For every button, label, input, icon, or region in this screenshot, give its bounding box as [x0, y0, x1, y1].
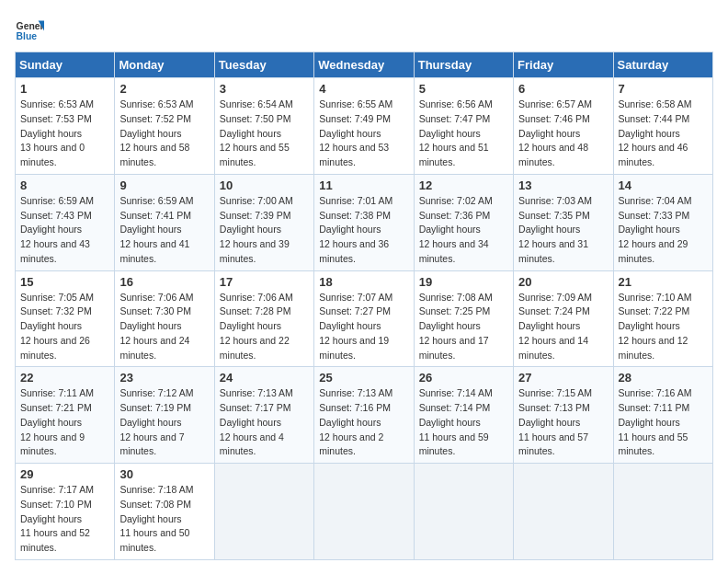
day-info: Sunrise: 7:07 AMSunset: 7:27 PMDaylight … — [319, 291, 408, 363]
day-number: 30 — [119, 467, 209, 481]
day-info: Sunrise: 7:15 AMSunset: 7:13 PMDaylight … — [518, 386, 608, 459]
week-row-2: 8 Sunrise: 6:59 AMSunset: 7:43 PMDayligh… — [16, 174, 713, 270]
calendar-cell: 9 Sunrise: 6:59 AMSunset: 7:41 PMDayligh… — [115, 174, 214, 270]
day-number: 7 — [619, 82, 708, 96]
week-row-3: 15 Sunrise: 7:05 AMSunset: 7:32 PMDaylig… — [16, 270, 713, 367]
calendar-table: SundayMondayTuesdayWednesdayThursdayFrid… — [15, 52, 713, 560]
day-number: 26 — [419, 371, 508, 385]
week-row-1: 1 Sunrise: 6:53 AMSunset: 7:53 PMDayligh… — [16, 78, 713, 175]
calendar-cell: 18 Sunrise: 7:07 AMSunset: 7:27 PMDaylig… — [314, 270, 414, 367]
day-number: 9 — [119, 178, 209, 192]
day-number: 19 — [419, 275, 508, 289]
calendar-cell: 16 Sunrise: 7:06 AMSunset: 7:30 PMDaylig… — [115, 270, 214, 367]
header-sunday: Sunday — [16, 52, 115, 78]
day-info: Sunrise: 6:59 AMSunset: 7:43 PMDaylight … — [20, 194, 109, 267]
calendar-cell: 1 Sunrise: 6:53 AMSunset: 7:53 PMDayligh… — [16, 78, 115, 175]
day-info: Sunrise: 7:01 AMSunset: 7:38 PMDaylight … — [319, 194, 408, 267]
day-info: Sunrise: 7:00 AMSunset: 7:39 PMDaylight … — [220, 194, 309, 267]
logo: General Blue — [15, 15, 44, 44]
day-info: Sunrise: 7:11 AMSunset: 7:21 PMDaylight … — [20, 386, 109, 459]
day-number: 13 — [518, 178, 608, 192]
header-friday: Friday — [514, 52, 613, 78]
calendar-cell: 3 Sunrise: 6:54 AMSunset: 7:50 PMDayligh… — [214, 78, 313, 175]
calendar-cell: 13 Sunrise: 7:03 AMSunset: 7:35 PMDaylig… — [514, 174, 613, 270]
day-number: 6 — [518, 82, 608, 96]
day-number: 4 — [319, 82, 408, 96]
day-info: Sunrise: 7:13 AMSunset: 7:17 PMDaylight … — [220, 386, 309, 459]
day-info: Sunrise: 7:08 AMSunset: 7:25 PMDaylight … — [419, 291, 508, 363]
day-number: 22 — [20, 371, 109, 385]
day-info: Sunrise: 7:09 AMSunset: 7:24 PMDaylight … — [518, 291, 608, 363]
calendar-cell — [514, 464, 613, 560]
day-info: Sunrise: 6:53 AMSunset: 7:52 PMDaylight … — [119, 98, 209, 170]
calendar-cell: 4 Sunrise: 6:55 AMSunset: 7:49 PMDayligh… — [314, 78, 414, 175]
day-number: 15 — [20, 275, 109, 289]
calendar-cell — [214, 464, 313, 560]
day-number: 1 — [20, 82, 109, 96]
calendar-cell: 11 Sunrise: 7:01 AMSunset: 7:38 PMDaylig… — [314, 174, 414, 270]
day-info: Sunrise: 7:06 AMSunset: 7:28 PMDaylight … — [220, 291, 309, 363]
day-number: 20 — [518, 275, 608, 289]
day-info: Sunrise: 7:14 AMSunset: 7:14 PMDaylight … — [419, 386, 508, 459]
header-thursday: Thursday — [414, 52, 513, 78]
day-info: Sunrise: 7:04 AMSunset: 7:33 PMDaylight … — [619, 194, 708, 267]
header-monday: Monday — [115, 52, 214, 78]
day-info: Sunrise: 7:17 AMSunset: 7:10 PMDaylight … — [20, 483, 109, 556]
calendar-cell: 19 Sunrise: 7:08 AMSunset: 7:25 PMDaylig… — [414, 270, 513, 367]
calendar-cell: 22 Sunrise: 7:11 AMSunset: 7:21 PMDaylig… — [16, 367, 115, 464]
day-info: Sunrise: 7:12 AMSunset: 7:19 PMDaylight … — [119, 386, 209, 459]
calendar-cell: 14 Sunrise: 7:04 AMSunset: 7:33 PMDaylig… — [613, 174, 712, 270]
week-row-4: 22 Sunrise: 7:11 AMSunset: 7:21 PMDaylig… — [16, 367, 713, 464]
calendar-cell — [613, 464, 712, 560]
header-saturday: Saturday — [613, 52, 712, 78]
day-number: 29 — [20, 467, 109, 481]
day-number: 2 — [119, 82, 209, 96]
weekday-header-row: SundayMondayTuesdayWednesdayThursdayFrid… — [16, 52, 713, 78]
calendar-cell: 26 Sunrise: 7:14 AMSunset: 7:14 PMDaylig… — [414, 367, 513, 464]
day-info: Sunrise: 6:57 AMSunset: 7:46 PMDaylight … — [518, 98, 608, 170]
logo-icon: General Blue — [15, 15, 44, 44]
day-info: Sunrise: 6:55 AMSunset: 7:49 PMDaylight … — [319, 98, 408, 170]
week-row-5: 29 Sunrise: 7:17 AMSunset: 7:10 PMDaylig… — [16, 464, 713, 560]
day-number: 3 — [220, 82, 309, 96]
day-number: 16 — [119, 275, 209, 289]
day-number: 25 — [319, 371, 408, 385]
day-number: 10 — [220, 178, 309, 192]
day-number: 23 — [119, 371, 209, 385]
calendar-cell: 29 Sunrise: 7:17 AMSunset: 7:10 PMDaylig… — [16, 464, 115, 560]
calendar-cell: 28 Sunrise: 7:16 AMSunset: 7:11 PMDaylig… — [613, 367, 712, 464]
day-number: 24 — [220, 371, 309, 385]
header: General Blue — [15, 15, 713, 44]
day-number: 5 — [419, 82, 508, 96]
day-info: Sunrise: 6:56 AMSunset: 7:47 PMDaylight … — [419, 98, 508, 170]
header-wednesday: Wednesday — [314, 52, 414, 78]
day-info: Sunrise: 6:59 AMSunset: 7:41 PMDaylight … — [119, 194, 209, 267]
day-number: 27 — [518, 371, 608, 385]
day-number: 14 — [619, 178, 708, 192]
day-number: 12 — [419, 178, 508, 192]
day-number: 21 — [619, 275, 708, 289]
day-info: Sunrise: 6:53 AMSunset: 7:53 PMDaylight … — [20, 98, 109, 170]
calendar-cell: 10 Sunrise: 7:00 AMSunset: 7:39 PMDaylig… — [214, 174, 313, 270]
calendar-cell: 20 Sunrise: 7:09 AMSunset: 7:24 PMDaylig… — [514, 270, 613, 367]
calendar-cell: 12 Sunrise: 7:02 AMSunset: 7:36 PMDaylig… — [414, 174, 513, 270]
calendar-cell: 30 Sunrise: 7:18 AMSunset: 7:08 PMDaylig… — [115, 464, 214, 560]
calendar-cell: 15 Sunrise: 7:05 AMSunset: 7:32 PMDaylig… — [16, 270, 115, 367]
day-number: 8 — [20, 178, 109, 192]
calendar-cell: 27 Sunrise: 7:15 AMSunset: 7:13 PMDaylig… — [514, 367, 613, 464]
calendar-cell: 21 Sunrise: 7:10 AMSunset: 7:22 PMDaylig… — [613, 270, 712, 367]
calendar-cell: 6 Sunrise: 6:57 AMSunset: 7:46 PMDayligh… — [514, 78, 613, 175]
calendar-cell — [414, 464, 513, 560]
day-info: Sunrise: 7:18 AMSunset: 7:08 PMDaylight … — [119, 483, 209, 556]
day-info: Sunrise: 6:58 AMSunset: 7:44 PMDaylight … — [619, 98, 708, 170]
calendar-cell: 24 Sunrise: 7:13 AMSunset: 7:17 PMDaylig… — [214, 367, 313, 464]
header-tuesday: Tuesday — [214, 52, 313, 78]
day-info: Sunrise: 7:03 AMSunset: 7:35 PMDaylight … — [518, 194, 608, 267]
day-info: Sunrise: 7:13 AMSunset: 7:16 PMDaylight … — [319, 386, 408, 459]
calendar-cell: 17 Sunrise: 7:06 AMSunset: 7:28 PMDaylig… — [214, 270, 313, 367]
day-info: Sunrise: 6:54 AMSunset: 7:50 PMDaylight … — [220, 98, 309, 170]
calendar-cell — [314, 464, 414, 560]
day-number: 28 — [619, 371, 708, 385]
day-number: 18 — [319, 275, 408, 289]
calendar-cell: 5 Sunrise: 6:56 AMSunset: 7:47 PMDayligh… — [414, 78, 513, 175]
